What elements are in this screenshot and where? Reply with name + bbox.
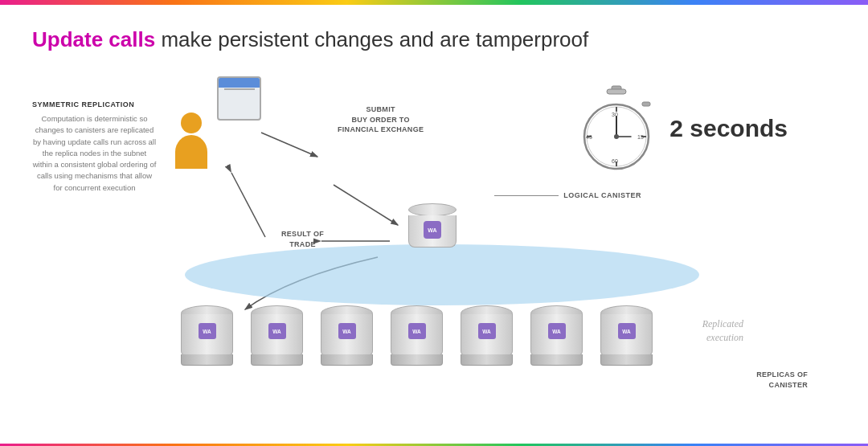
submit-line2: BUY ORDER TO	[338, 115, 424, 125]
replica-canister-3: WA	[391, 305, 443, 366]
replica-badge-3: WA	[408, 323, 426, 339]
person-head	[181, 113, 202, 133]
svg-line-2	[261, 133, 317, 157]
canister-top	[408, 203, 457, 216]
replica-base-2	[321, 354, 373, 366]
logical-canister-label: LOGICAL CANISTER	[494, 191, 641, 199]
replica-canister-4: WA	[461, 305, 513, 366]
result-line2: TRADE	[281, 239, 324, 250]
replica-base-6	[600, 354, 653, 366]
replica-badge-6: WA	[618, 323, 636, 339]
replicated-line2: execution	[702, 331, 743, 345]
replica-base-4	[461, 354, 513, 366]
replicas-row: WA WA WA WA	[181, 305, 653, 366]
replica-base-0	[181, 354, 233, 366]
replica-canister-1: WA	[251, 305, 303, 366]
replica-body-6: WA	[600, 314, 653, 356]
device-line-3	[224, 88, 255, 90]
diagram-area: SYMMETRIC REPLICATION Computation is det…	[32, 68, 836, 438]
device-screen-icon	[217, 76, 261, 129]
svg-line-3	[334, 185, 398, 225]
replica-badge-5: WA	[548, 323, 566, 339]
replica-body-0: WA	[181, 314, 233, 356]
replica-canister-6: WA	[600, 305, 653, 366]
svg-point-22	[185, 244, 699, 305]
submit-line1: SUBMIT	[338, 104, 424, 115]
replica-badge-0: WA	[199, 323, 216, 339]
device-display	[217, 76, 261, 121]
replica-badge-4: WA	[478, 323, 496, 339]
svg-text:45: 45	[586, 134, 592, 140]
canister-badge: WA	[424, 221, 441, 239]
result-label: RESULT OF TRADE	[281, 229, 324, 249]
svg-rect-7	[607, 89, 626, 94]
replicas-of-canister-label: REPLICAS OF CANISTER	[756, 370, 808, 390]
replicas-label-line2: CANISTER	[756, 380, 808, 391]
submit-line3: FINANCIAL EXCHANGE	[338, 125, 424, 135]
title-rest: make persistent changes and are tamperpr…	[155, 27, 588, 51]
platform-ellipse	[181, 241, 703, 313]
replica-body-3: WA	[391, 314, 443, 356]
canister-body: WA	[408, 215, 457, 248]
device-line-2	[224, 84, 255, 86]
replica-canister-5: WA	[530, 305, 583, 366]
replicated-line1: Replicated	[702, 317, 743, 331]
stopwatch-icon: 30 15 60 45	[576, 84, 657, 173]
replica-base-5	[530, 354, 583, 366]
replica-canister-0: WA	[181, 305, 233, 366]
user-person-icon	[167, 113, 215, 169]
sidebar-section: SYMMETRIC REPLICATION Computation is det…	[32, 100, 157, 194]
replicas-label-line1: REPLICAS OF	[756, 370, 808, 380]
sidebar-body: Computation is deterministic so changes …	[32, 113, 157, 194]
submit-label: SUBMIT BUY ORDER TO FINANCIAL EXCHANGE	[338, 104, 424, 135]
svg-rect-8	[642, 102, 650, 106]
svg-line-5	[231, 173, 265, 237]
svg-text:60: 60	[612, 158, 618, 164]
replica-badge-1: WA	[268, 323, 286, 339]
replica-body-1: WA	[251, 314, 303, 356]
logical-canister: WA LOGICAL CANISTER	[408, 203, 457, 248]
replicated-execution-text: Replicated execution	[702, 317, 743, 345]
slide-title: Update calls make persistent changes and…	[32, 27, 836, 52]
replica-base-1	[251, 354, 303, 366]
title-highlight: Update calls	[32, 27, 155, 51]
result-line1: RESULT OF	[281, 229, 324, 239]
svg-point-21	[614, 134, 619, 139]
stopwatch-area: 30 15 60 45 2 seconds	[576, 84, 788, 173]
replica-body-2: WA	[321, 314, 373, 356]
replica-canister-2: WA	[321, 305, 373, 366]
person-body	[175, 135, 207, 169]
replica-body-5: WA	[530, 314, 583, 356]
svg-text:15: 15	[637, 134, 644, 140]
sidebar-title: SYMMETRIC REPLICATION	[32, 100, 157, 108]
replica-body-4: WA	[461, 314, 513, 356]
stopwatch-label: 2 seconds	[669, 115, 788, 142]
replica-base-3	[391, 354, 443, 366]
canister-shape: WA	[408, 203, 457, 248]
replica-badge-2: WA	[338, 323, 356, 339]
device-line-1	[224, 80, 255, 82]
